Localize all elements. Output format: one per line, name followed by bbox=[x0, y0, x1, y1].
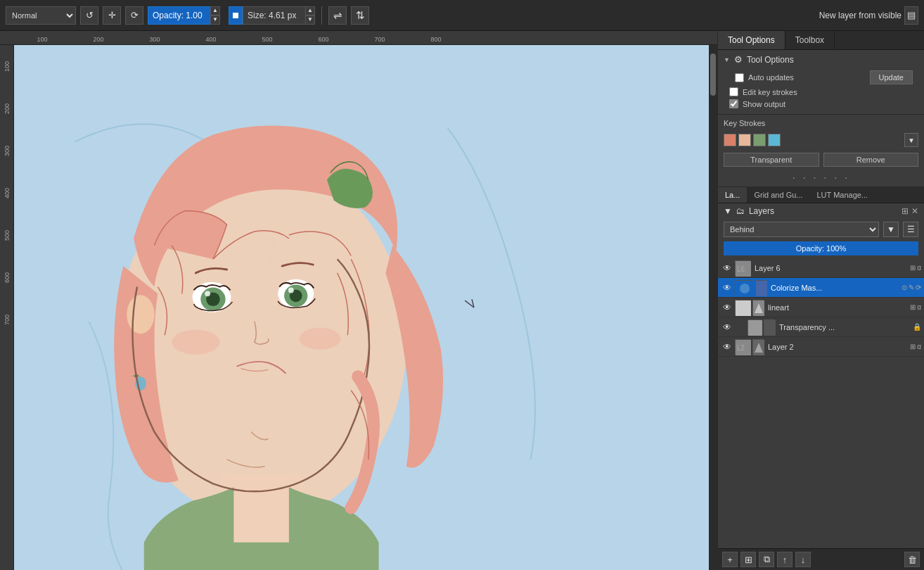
swatch-3[interactable] bbox=[753, 134, 766, 146]
transparent-button[interactable]: Transparent bbox=[724, 153, 819, 167]
layer-eye-layer2[interactable]: 👁 bbox=[721, 341, 733, 353]
layer-name-layer2: Layer 2 bbox=[765, 343, 909, 351]
update-button[interactable]: Update bbox=[870, 70, 913, 84]
layer-row-layer6[interactable]: 👁 L6 Layer 6 ⊞ α bbox=[718, 258, 924, 278]
flip-h-button[interactable]: ⇌ bbox=[328, 6, 347, 25]
colorize-icon-1: ⊙ bbox=[901, 284, 907, 291]
tool-options-header[interactable]: ▼ ⚙ Tool Options bbox=[724, 54, 918, 65]
layer-thumb-lineart bbox=[735, 300, 750, 315]
delete-layer-button[interactable]: 🗑 bbox=[904, 552, 920, 567]
swatch-buttons-row: Transparent Remove bbox=[718, 150, 924, 170]
layer-row-transparency[interactable]: 👁 Transparency ... 🔒 bbox=[718, 317, 924, 337]
tool-options-title: Tool Options bbox=[747, 55, 794, 65]
opacity-down[interactable]: ▼ bbox=[210, 15, 220, 25]
swatch-4[interactable] bbox=[768, 134, 781, 146]
canvas-container: 100 200 300 400 500 600 700 800 100 200 … bbox=[0, 31, 717, 570]
svg-point-12 bbox=[288, 288, 294, 293]
ruler-h-100: 100 bbox=[14, 36, 70, 43]
show-output-checkbox[interactable] bbox=[729, 99, 738, 108]
layers-tab-lut[interactable]: LUT Manage... bbox=[810, 187, 875, 203]
auto-updates-row: Auto updates Update bbox=[724, 69, 918, 86]
layers-opacity-label: Opacity: 100% bbox=[796, 244, 847, 253]
auto-updates-checkbox[interactable] bbox=[735, 73, 744, 82]
layer-alpha-icon: α bbox=[917, 264, 921, 272]
layer-name-lineart: lineart bbox=[765, 303, 909, 312]
layer-name-transparency: Transparency ... bbox=[776, 323, 911, 331]
svg-rect-0 bbox=[233, 13, 238, 18]
toolbar-right: New layer from visible ▤ bbox=[819, 6, 918, 25]
vertical-scrollbar[interactable] bbox=[709, 45, 717, 570]
ruler-v-mark: 400 bbox=[4, 172, 11, 214]
layers-tab-la[interactable]: La... bbox=[718, 187, 747, 203]
size-down[interactable]: ▼ bbox=[305, 15, 315, 25]
layer-mask-transparency bbox=[764, 319, 775, 335]
layer-thumb-layer2: L2 bbox=[735, 339, 750, 355]
opacity-up[interactable]: ▲ bbox=[210, 6, 220, 15]
duplicate-layer-button[interactable]: ⧉ bbox=[759, 552, 774, 567]
new-layer-label: New layer from visible bbox=[819, 11, 901, 20]
layer-eye-layer6[interactable]: 👁 bbox=[721, 262, 733, 274]
layer-row-lineart[interactable]: 👁 lineart ⊞ α bbox=[718, 298, 924, 317]
reset-tool-button[interactable]: ↺ bbox=[80, 6, 98, 25]
layers-close-button[interactable]: ✕ bbox=[911, 206, 918, 216]
svg-point-8 bbox=[205, 291, 210, 296]
separator bbox=[321, 6, 322, 25]
layer-row-layer2[interactable]: 👁 L2 Layer 2 ⊞ α bbox=[718, 337, 924, 357]
layer-eye-colorize[interactable]: 👁 bbox=[721, 281, 733, 294]
flip-v-button[interactable]: ⇅ bbox=[351, 6, 369, 25]
move-layer-down-button[interactable]: ↓ bbox=[795, 552, 811, 567]
edit-key-strokes-checkbox[interactable] bbox=[729, 87, 738, 96]
swatch-2[interactable] bbox=[738, 134, 751, 146]
new-group-button[interactable]: ⊞ bbox=[740, 552, 756, 567]
layers-blend-mode-select[interactable]: Behind Normal Multiply bbox=[724, 222, 879, 237]
color-swatches-row: ▼ bbox=[718, 130, 924, 150]
canvas-scroll[interactable]: ✦ bbox=[14, 45, 709, 570]
layers-list[interactable]: 👁 L6 Layer 6 ⊞ α 👁 bbox=[718, 258, 924, 548]
right-panel-tabs: Tool Options Toolbox bbox=[718, 31, 924, 50]
swatch-dropdown[interactable]: ▼ bbox=[904, 133, 918, 147]
layers-new-button[interactable]: ⊞ bbox=[901, 206, 909, 216]
blend-mode-dropdown[interactable]: Normal Multiply Screen Behind bbox=[6, 6, 76, 25]
move-layer-up-button[interactable]: ↑ bbox=[777, 552, 793, 567]
layer-eye-lineart[interactable]: 👁 bbox=[721, 301, 733, 314]
refresh-button[interactable]: ⟳ bbox=[125, 6, 143, 25]
layer-icons-lineart: ⊞ α bbox=[910, 303, 921, 311]
layers-tab-grid[interactable]: Grid and Gu... bbox=[747, 187, 809, 203]
transparency-lock-icon: 🔒 bbox=[913, 323, 921, 331]
layer-settings-button[interactable]: ☰ bbox=[903, 222, 918, 237]
tab-tool-options[interactable]: Tool Options bbox=[718, 31, 785, 49]
layer-eye-transparency[interactable]: 👁 bbox=[721, 321, 733, 334]
ruler-h-400: 400 bbox=[183, 36, 239, 43]
size-display: Size: 4.61 px bbox=[243, 6, 306, 25]
scrollbar-thumb[interactable] bbox=[710, 53, 716, 96]
svg-point-15 bbox=[127, 295, 154, 334]
new-layer-from-visible-btn[interactable]: ▤ bbox=[904, 6, 918, 25]
size-up[interactable]: ▲ bbox=[305, 6, 315, 15]
layers-opacity-bar[interactable]: Opacity: 100% bbox=[724, 241, 918, 255]
layer-mask-lineart bbox=[752, 300, 764, 315]
layer2-lock-icon: ⊞ bbox=[910, 343, 916, 350]
tool-options-icon: ⚙ bbox=[734, 54, 743, 65]
panel-dots-separator: · · · · · · bbox=[718, 170, 924, 187]
layer-thumb-colorize bbox=[735, 280, 753, 296]
layer2-alpha-icon: α bbox=[917, 343, 921, 350]
canvas-artwork[interactable]: ✦ bbox=[14, 45, 709, 570]
arrow-icon: ▼ bbox=[724, 56, 730, 63]
tab-toolbox[interactable]: Toolbox bbox=[785, 31, 835, 49]
swatch-1[interactable] bbox=[724, 134, 736, 146]
layers-title: Layers bbox=[749, 206, 774, 216]
auto-updates-checkbox-row: Auto updates bbox=[729, 72, 800, 84]
edit-key-strokes-row: Edit key strokes bbox=[724, 86, 918, 98]
opacity-display: Opacity: 1.00 bbox=[148, 6, 211, 25]
lineart-alpha-icon: α bbox=[917, 303, 921, 311]
layer-filter-button[interactable]: ▼ bbox=[883, 222, 899, 237]
remove-button[interactable]: Remove bbox=[823, 153, 919, 167]
size-spinner[interactable]: ▲ ▼ bbox=[305, 6, 315, 25]
canvas-with-ruler: 100 200 300 400 500 600 700 bbox=[0, 45, 717, 570]
svg-rect-29 bbox=[764, 320, 776, 336]
new-layer-button[interactable]: + bbox=[722, 552, 738, 567]
auto-updates-label: Auto updates bbox=[748, 73, 794, 82]
tool-options-button[interactable]: ✛ bbox=[103, 6, 121, 25]
opacity-spinner[interactable]: ▲ ▼ bbox=[210, 6, 220, 25]
layer-row-colorize[interactable]: 👁 Colorize Mas... ⊙ ✎ ⟳ bbox=[718, 278, 924, 298]
